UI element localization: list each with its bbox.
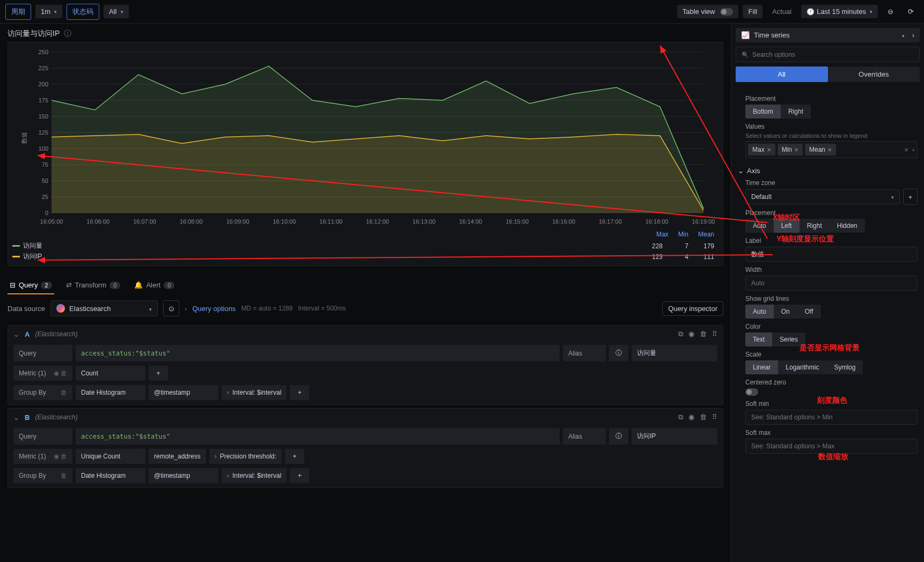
soft-max-input[interactable] bbox=[745, 439, 918, 454]
close-icon[interactable]: ✕ bbox=[794, 147, 798, 153]
legend-row[interactable]: 访问量2287179 bbox=[12, 241, 718, 250]
axis-placement-right[interactable]: Right bbox=[800, 219, 830, 233]
time-range-picker[interactable]: Last 15 minutes bbox=[801, 5, 878, 18]
info-icon[interactable]: ⓘ bbox=[64, 29, 71, 39]
tab-transform[interactable]: ⇄Transform0 bbox=[64, 277, 123, 294]
timezone-select[interactable]: Default bbox=[745, 189, 900, 204]
axis-label-input[interactable] bbox=[745, 247, 918, 262]
toolbar: 周期 1m 状态码 All Table view Fill Actual Las… bbox=[0, 0, 924, 24]
grid-seg-off[interactable]: Off bbox=[797, 305, 821, 319]
metric-value[interactable]: Unique Count bbox=[76, 449, 145, 464]
scale-seg-linear[interactable]: Linear bbox=[745, 360, 778, 374]
table-view-toggle[interactable]: Table view bbox=[677, 5, 739, 18]
all-dropdown[interactable]: All bbox=[104, 5, 128, 18]
ds-select[interactable]: Elasticsearch bbox=[50, 300, 158, 316]
alias-info-icon[interactable]: ⓘ bbox=[609, 345, 628, 361]
tab-all[interactable]: All bbox=[736, 66, 828, 82]
chevron-down-icon[interactable]: ⌄ bbox=[13, 413, 19, 422]
width-input[interactable] bbox=[745, 276, 918, 291]
scale-seg: LinearLogarithmicSymlog bbox=[745, 360, 863, 374]
axis-placement-auto[interactable]: Auto bbox=[745, 219, 774, 233]
grid-seg-auto[interactable]: Auto bbox=[745, 305, 774, 319]
legend-col-mean[interactable]: Mean bbox=[698, 231, 714, 238]
interval-option[interactable]: › Interval: $interval bbox=[222, 468, 287, 483]
query-input[interactable]: access_status:"$status" bbox=[76, 345, 560, 361]
period-label[interactable]: 周期 bbox=[5, 4, 31, 20]
color-seg-text[interactable]: Text bbox=[745, 332, 772, 346]
chevron-down-icon[interactable]: ⌄ bbox=[13, 330, 19, 338]
copy-icon[interactable]: ⧉ bbox=[678, 413, 683, 422]
tab-overrides[interactable]: Overrides bbox=[828, 66, 920, 82]
fill-button[interactable]: Fill bbox=[743, 5, 762, 18]
axis-placement-hidden[interactable]: Hidden bbox=[830, 219, 865, 233]
grid-seg-on[interactable]: On bbox=[774, 305, 797, 319]
tab-alert[interactable]: 🔔Alert0 bbox=[132, 277, 177, 294]
interval-option[interactable]: › Interval: $interval bbox=[222, 385, 287, 400]
legend-row[interactable]: 访问IP1234111 bbox=[12, 252, 718, 261]
chip-min[interactable]: Min✕ bbox=[778, 144, 803, 156]
close-icon[interactable]: ✕ bbox=[827, 147, 832, 153]
copy-icon[interactable]: ⧉ bbox=[678, 330, 683, 338]
drag-icon[interactable]: ⠿ bbox=[712, 330, 717, 338]
eye-icon[interactable]: ◉ bbox=[688, 413, 694, 422]
toggle-switch[interactable] bbox=[720, 8, 733, 16]
viz-type-select[interactable]: 📈 Time series › bbox=[736, 28, 920, 42]
elasticsearch-icon bbox=[56, 304, 65, 313]
axis-section-header[interactable]: ⌄Axis bbox=[738, 167, 918, 175]
chevron-down-icon[interactable] bbox=[911, 146, 915, 153]
metric-value[interactable]: Count bbox=[76, 366, 145, 381]
alias-info-icon[interactable]: ⓘ bbox=[609, 428, 628, 445]
add-metric-button[interactable]: + bbox=[149, 366, 168, 381]
chip-max[interactable]: Max✕ bbox=[748, 144, 775, 156]
zoom-out-icon[interactable]: ⊖ bbox=[882, 4, 898, 20]
search-options[interactable] bbox=[736, 47, 920, 62]
status-label[interactable]: 状态码 bbox=[67, 4, 99, 20]
groupby-value[interactable]: Date Histogram bbox=[76, 468, 145, 483]
axis-placement-left[interactable]: Left bbox=[774, 219, 800, 233]
add-button[interactable]: + bbox=[903, 189, 918, 205]
query-input[interactable]: access_status:"$status" bbox=[76, 428, 560, 445]
add-groupby-button[interactable]: + bbox=[290, 468, 309, 483]
soft-min-input[interactable] bbox=[745, 410, 918, 425]
tabs-all-overrides: All Overrides bbox=[736, 66, 920, 82]
groupby-value[interactable]: Date Histogram bbox=[76, 385, 145, 400]
scale-seg-symlog[interactable]: Symlog bbox=[826, 360, 863, 374]
query-options-link[interactable]: Query options bbox=[192, 305, 236, 313]
values-chips[interactable]: Max✕ Min✕ Mean✕ ✕ bbox=[745, 141, 918, 158]
actual-button[interactable]: Actual bbox=[767, 5, 797, 18]
chevron-right-icon[interactable]: › bbox=[912, 31, 914, 39]
scale-seg-logarithmic[interactable]: Logarithmic bbox=[778, 360, 826, 374]
placement-right[interactable]: Right bbox=[781, 105, 811, 119]
add-metric-button[interactable]: + bbox=[285, 449, 304, 464]
search-icon bbox=[742, 50, 749, 58]
panel-title-row: 访问量与访问IP ⓘ bbox=[8, 29, 723, 39]
trash-icon[interactable]: 🗑 bbox=[700, 413, 707, 422]
placement-bottom[interactable]: Bottom bbox=[745, 105, 781, 119]
width-label: Width bbox=[745, 266, 918, 273]
tab-query[interactable]: ⊟Query2 bbox=[8, 277, 54, 294]
legend-col-max[interactable]: Max bbox=[656, 231, 669, 238]
add-groupby-button[interactable]: + bbox=[290, 385, 309, 400]
period-value[interactable]: 1m bbox=[35, 5, 62, 18]
close-icon[interactable]: ✕ bbox=[767, 147, 771, 153]
centered-zero-toggle[interactable] bbox=[745, 388, 758, 396]
color-seg-series[interactable]: Series bbox=[772, 332, 805, 346]
ds-settings-icon[interactable]: ⊙ bbox=[163, 300, 179, 316]
alias-input[interactable]: 访问量 bbox=[632, 345, 717, 361]
groupby-field[interactable]: @timestamp bbox=[149, 468, 218, 483]
clear-all-icon[interactable]: ✕ bbox=[904, 147, 908, 153]
search-input[interactable] bbox=[752, 51, 914, 58]
groupby-field[interactable]: @timestamp bbox=[149, 385, 218, 400]
eye-icon[interactable]: ◉ bbox=[688, 330, 694, 338]
svg-text:225: 225 bbox=[39, 65, 48, 71]
refresh-icon[interactable]: ⟳ bbox=[903, 4, 919, 20]
metric-label: Metric (1) ◉ 🗑 bbox=[13, 449, 72, 464]
chip-mean[interactable]: Mean✕ bbox=[805, 144, 836, 156]
query-inspector-button[interactable]: Query inspector bbox=[662, 301, 723, 316]
color-label: Color bbox=[745, 323, 918, 330]
drag-icon[interactable]: ⠿ bbox=[712, 413, 717, 422]
svg-text:175: 175 bbox=[39, 97, 48, 103]
alias-input[interactable]: 访问IP bbox=[632, 428, 717, 445]
trash-icon[interactable]: 🗑 bbox=[700, 330, 707, 338]
legend-col-min[interactable]: Min bbox=[678, 231, 688, 238]
